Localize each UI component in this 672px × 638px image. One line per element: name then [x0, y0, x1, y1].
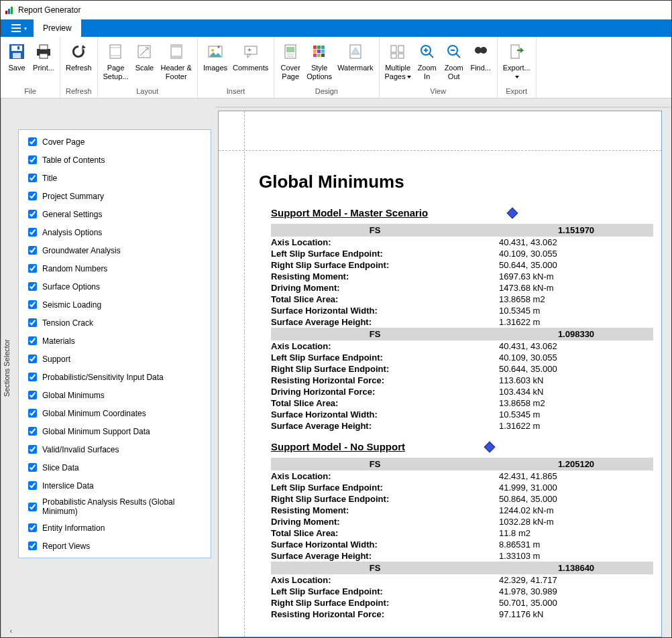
section-item[interactable]: Groundwater Analysis	[19, 241, 211, 259]
header-footer-icon	[168, 43, 185, 60]
svg-line-43	[429, 54, 433, 58]
section-item[interactable]: Title	[19, 169, 211, 187]
section-label: Global Minimum Coordinates	[42, 409, 146, 418]
table-row: Surface Horizontal Width:10.5345 m	[271, 305, 653, 316]
section-label: Project Summary	[42, 192, 104, 201]
table-row: Total Slice Area:13.8658 m2	[271, 397, 653, 409]
section-item[interactable]: Interslice Data	[19, 476, 211, 495]
section-checkbox[interactable]	[28, 137, 37, 146]
section-item[interactable]: Project Summary	[19, 187, 211, 205]
section-checkbox[interactable]	[28, 523, 37, 532]
watermark-button[interactable]: Watermark	[335, 40, 376, 87]
sections-selector-tab[interactable]: ‹ Sections Selector	[1, 99, 14, 637]
cover-page-button[interactable]: Cover Page	[277, 40, 304, 87]
table-row: Left Slip Surface Endpoint:40.109, 30.05…	[271, 352, 653, 363]
svg-rect-28	[313, 46, 317, 49]
section-checkbox[interactable]	[28, 192, 37, 200]
ribbon-group-view: Multiple Pages Zoom In Zoom Out Find... …	[380, 37, 498, 98]
section-checkbox[interactable]	[28, 264, 37, 273]
scale-button[interactable]: Scale	[131, 40, 158, 87]
ruler	[215, 107, 671, 108]
section-item[interactable]: Slice Data	[19, 458, 211, 476]
export-button[interactable]: Export...	[500, 40, 533, 87]
print-button[interactable]: Print...	[30, 40, 57, 87]
tab-preview[interactable]: Preview	[34, 19, 81, 37]
section-checkbox[interactable]	[28, 445, 37, 454]
section-item[interactable]: Report Views	[19, 537, 211, 555]
section-label: Cover Page	[42, 137, 85, 147]
section-checkbox[interactable]	[28, 246, 37, 255]
section-checkbox[interactable]	[28, 318, 37, 327]
tab-bar: ▾ Preview	[1, 19, 671, 37]
section-checkbox[interactable]	[28, 463, 37, 472]
comments-button[interactable]: + Comments	[230, 40, 271, 87]
page-setup-icon	[107, 43, 124, 60]
section-item[interactable]: Analysis Options	[19, 223, 211, 241]
section-item[interactable]: Support	[19, 350, 211, 368]
section-checkbox[interactable]	[28, 228, 37, 237]
svg-rect-51	[480, 50, 482, 52]
scale-icon	[135, 43, 153, 60]
section-checkbox[interactable]	[28, 503, 37, 511]
zoom-in-button[interactable]: Zoom In	[414, 40, 441, 87]
refresh-button[interactable]: Refresh	[63, 40, 95, 87]
section-checkbox[interactable]	[28, 391, 37, 399]
section-checkbox[interactable]	[28, 373, 37, 381]
section-checkbox[interactable]	[28, 174, 37, 182]
section-item[interactable]: Entity Information	[19, 519, 211, 537]
sections-list: Cover PageTable of ContentsTitleProject …	[18, 129, 211, 558]
table-row: Total Slice Area:11.8 m2	[271, 527, 653, 539]
section-label: Tension Crack	[42, 318, 93, 328]
section-checkbox[interactable]	[28, 336, 37, 345]
zoom-out-button[interactable]: Zoom Out	[441, 40, 467, 87]
find-icon	[472, 43, 490, 60]
section-checkbox[interactable]	[28, 282, 37, 291]
section-label: Materials	[42, 336, 75, 346]
chevron-left-icon: ‹	[10, 627, 12, 635]
page-setup-button[interactable]: Page Setup...	[101, 40, 131, 87]
section-checkbox[interactable]	[28, 210, 37, 218]
table-row: Right Slip Surface Endpoint:50.701, 35.0…	[271, 597, 653, 609]
quick-menu-icon[interactable]: ▾	[5, 19, 34, 37]
svg-rect-30	[321, 46, 325, 49]
section-item[interactable]: Valid/Invalid Surfaces	[19, 440, 211, 458]
table-row: Left Slip Surface Endpoint:40.109, 30.05…	[271, 248, 653, 259]
section-checkbox[interactable]	[28, 427, 37, 436]
section-checkbox[interactable]	[28, 155, 37, 164]
preview-pane[interactable]: Global Minimums Support Model - Master S…	[215, 99, 671, 637]
section-item[interactable]: Cover Page	[19, 133, 211, 151]
section-label: Valid/Invalid Surfaces	[42, 445, 119, 454]
svg-rect-52	[511, 45, 519, 58]
section-item[interactable]: Materials	[19, 332, 211, 350]
section-checkbox[interactable]	[28, 541, 37, 550]
section-item[interactable]: Global Minimums	[19, 386, 211, 404]
save-button[interactable]: Save	[3, 40, 30, 87]
titlebar: Report Generator	[1, 1, 671, 19]
comments-icon: +	[242, 43, 260, 60]
multiple-pages-button[interactable]: Multiple Pages	[382, 40, 414, 87]
section-item[interactable]: General Settings	[19, 205, 211, 223]
section-item[interactable]: Probabilistic/Sensitivity Input Data	[19, 368, 211, 386]
images-button[interactable]: Images	[201, 40, 230, 87]
section-checkbox[interactable]	[28, 409, 37, 418]
section-item[interactable]: Seismic Loading	[19, 296, 211, 314]
section-item[interactable]: Surface Options	[19, 277, 211, 296]
section-checkbox[interactable]	[28, 481, 37, 490]
table-row: Axis Location:40.431, 43.062	[271, 237, 653, 248]
section-item[interactable]: Global Minimum Coordinates	[19, 404, 211, 422]
section-item[interactable]: Table of Contents	[19, 151, 211, 169]
header-footer-button[interactable]: Header & Footer	[158, 40, 194, 87]
zoom-in-icon	[418, 43, 436, 60]
svg-rect-38	[391, 46, 396, 52]
window-title: Report Generator	[18, 5, 80, 15]
find-button[interactable]: Find...	[467, 40, 494, 87]
section-item[interactable]: Tension Crack	[19, 314, 211, 332]
section-item[interactable]: Global Minimum Support Data	[19, 422, 211, 440]
section-item[interactable]: Probabilistic Analysis Results (Global M…	[19, 495, 211, 519]
style-options-button[interactable]: Style Options	[304, 40, 335, 87]
section-checkbox[interactable]	[28, 300, 37, 309]
section-item[interactable]: Random Numbers	[19, 259, 211, 277]
svg-rect-3	[11, 24, 21, 25]
table-row: Left Slip Surface Endpoint:41.999, 31.00…	[271, 482, 653, 493]
section-checkbox[interactable]	[28, 355, 37, 363]
